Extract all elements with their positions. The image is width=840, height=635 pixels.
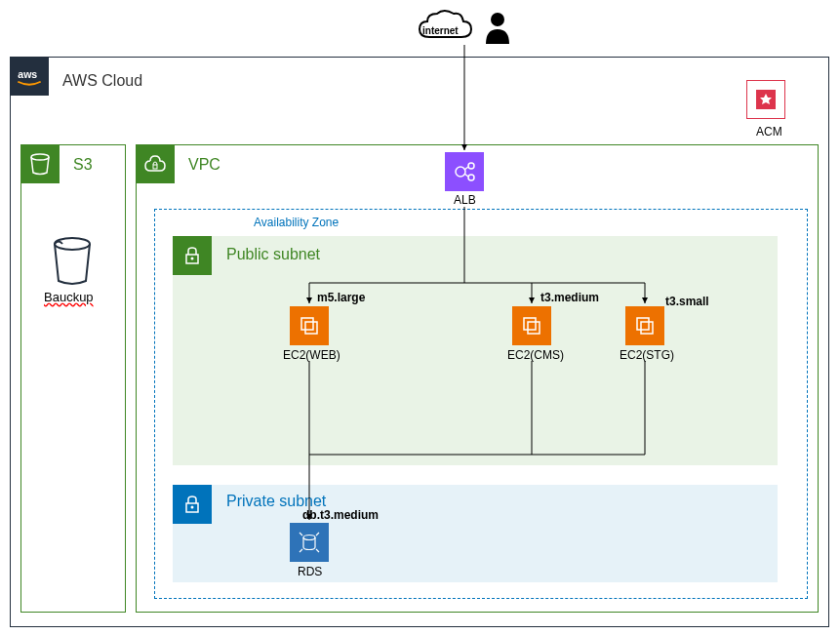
ec2-stg-icon <box>625 306 664 345</box>
s3-container <box>20 144 126 613</box>
svg-point-3 <box>31 154 49 160</box>
svg-point-21 <box>303 536 315 540</box>
public-subnet-container <box>173 236 778 465</box>
svg-text:aws: aws <box>18 68 37 80</box>
svg-point-0 <box>491 13 504 26</box>
svg-point-7 <box>468 163 474 169</box>
s3-label: S3 <box>73 156 93 174</box>
svg-point-8 <box>468 175 474 180</box>
svg-rect-5 <box>153 165 157 169</box>
ec2-cms-icon <box>512 306 551 345</box>
acm-label: ACM <box>756 125 782 139</box>
rds-icon <box>290 523 329 562</box>
user-icon <box>483 10 512 44</box>
svg-rect-13 <box>301 318 313 330</box>
s3-icon <box>20 144 60 183</box>
svg-point-4 <box>55 238 90 250</box>
aws-logo-icon: aws <box>10 57 49 96</box>
bucket-icon <box>49 236 96 290</box>
rds-label: RDS <box>298 565 322 578</box>
vpc-icon <box>136 144 175 183</box>
public-subnet-icon <box>173 236 212 275</box>
rds-type: db.t3.medium <box>302 508 379 522</box>
svg-rect-15 <box>524 318 536 330</box>
az-label: Availability Zone <box>254 216 339 229</box>
backup-label: Bauckup <box>44 290 94 304</box>
vpc-label: VPC <box>188 156 220 174</box>
private-subnet-icon <box>173 485 212 524</box>
svg-line-9 <box>464 167 468 170</box>
alb-label: ALB <box>454 193 476 207</box>
ec2-web-label: EC2(WEB) <box>283 348 340 362</box>
ec2-web-icon <box>290 306 329 345</box>
ec2-web-type: m5.large <box>317 291 365 304</box>
svg-point-6 <box>456 167 465 177</box>
svg-rect-16 <box>528 322 540 334</box>
internet-label: internet <box>422 25 459 36</box>
ec2-stg-type: t3.small <box>665 295 709 308</box>
internet-icon: internet <box>415 8 483 47</box>
acm-icon <box>746 80 785 119</box>
public-subnet-label: Public subnet <box>226 246 320 263</box>
ec2-cms-label: EC2(CMS) <box>507 348 564 362</box>
svg-point-12 <box>191 258 194 260</box>
svg-line-10 <box>464 174 468 177</box>
svg-point-20 <box>191 506 194 509</box>
svg-rect-14 <box>305 322 317 334</box>
aws-cloud-label: AWS Cloud <box>62 72 142 90</box>
svg-rect-17 <box>637 318 649 330</box>
ec2-cms-type: t3.medium <box>540 291 599 304</box>
svg-rect-18 <box>641 322 653 334</box>
ec2-stg-label: EC2(STG) <box>620 348 674 362</box>
alb-icon <box>445 152 484 191</box>
